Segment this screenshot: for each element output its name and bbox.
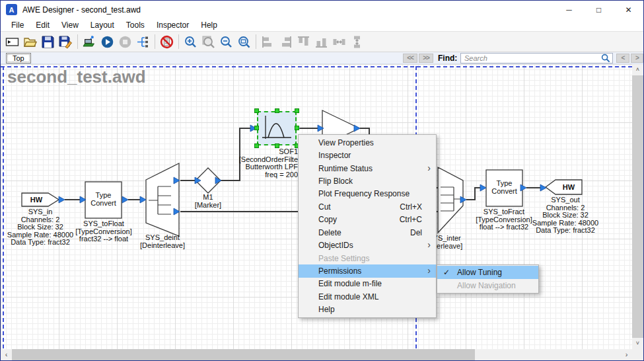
find-next-button[interactable]: > bbox=[631, 54, 643, 63]
vertical-scrollbar[interactable]: ˄ ˅ bbox=[632, 64, 643, 349]
scroll-left-icon[interactable]: ‹ bbox=[1, 349, 12, 360]
label-m1: M1[Marker] bbox=[188, 194, 228, 209]
open-design-button[interactable] bbox=[21, 33, 39, 51]
pin bbox=[480, 184, 486, 191]
selection-handle[interactable] bbox=[295, 126, 299, 130]
menu-item-help[interactable]: Help bbox=[299, 303, 436, 315]
play-audio-button[interactable] bbox=[98, 33, 116, 51]
pin bbox=[59, 196, 65, 203]
selection-handle[interactable] bbox=[254, 126, 259, 130]
minimize-button[interactable]: ─ bbox=[554, 1, 584, 19]
tab-top[interactable]: Top bbox=[6, 53, 31, 63]
label-sys-in: SYS_inChannels: 2Block Size: 32Sample Ra… bbox=[4, 208, 77, 247]
block-title-typeconvert-2: TypeConvert bbox=[486, 180, 522, 195]
shortcut-label: Del bbox=[410, 228, 431, 237]
selection-handle[interactable] bbox=[275, 143, 279, 148]
play-icon bbox=[100, 35, 114, 49]
align-left-icon bbox=[261, 35, 275, 49]
align-bottom-button[interactable] bbox=[312, 33, 330, 51]
find-search-input[interactable] bbox=[460, 53, 613, 63]
stop-audio-button[interactable] bbox=[116, 33, 134, 51]
distribute-vertical-button[interactable] bbox=[348, 33, 366, 51]
new-design-button[interactable] bbox=[3, 33, 21, 51]
find-forward-button[interactable]: >> bbox=[419, 54, 433, 63]
maximize-button[interactable]: □ bbox=[584, 1, 614, 19]
save-as-button[interactable] bbox=[57, 33, 75, 51]
title-bar: A AWE Designer - second_test.awd ─ □ ✕ bbox=[1, 1, 643, 19]
menu-item-paste-settings: Paste Settings bbox=[299, 252, 436, 264]
menu-item-runtime-status[interactable]: Runtime Status› bbox=[299, 162, 436, 175]
toolbar bbox=[1, 31, 643, 52]
menu-bar: File Edit View Layout Tools Inspector He… bbox=[1, 19, 643, 31]
propagate-changes-button[interactable] bbox=[134, 33, 152, 51]
label-sys-out: SYS_outChannels: 2Block Size: 32Sample R… bbox=[529, 196, 602, 235]
app-logo-icon[interactable]: A bbox=[6, 4, 17, 15]
menu-edit[interactable]: Edit bbox=[30, 20, 55, 30]
zoom-out-button[interactable] bbox=[217, 33, 235, 51]
close-button[interactable]: ✕ bbox=[614, 1, 643, 19]
horizontal-scrollbar-thumb[interactable] bbox=[12, 349, 475, 360]
block-sys-deint[interactable] bbox=[146, 163, 179, 236]
pin bbox=[140, 196, 146, 203]
align-right-button[interactable] bbox=[277, 33, 295, 51]
label-sys-tofract: SYS_toFract[TypeConversion]float --> fra… bbox=[471, 208, 537, 231]
menu-item-edit-module-m-file[interactable]: Edit module m-file bbox=[299, 278, 436, 290]
menu-item-inspector[interactable]: Inspector bbox=[299, 149, 436, 161]
pin bbox=[122, 196, 128, 203]
build-to-target-button[interactable] bbox=[81, 33, 98, 51]
distribute-horizontal-button[interactable] bbox=[330, 33, 348, 51]
menu-view[interactable]: View bbox=[55, 20, 85, 30]
selection-handle[interactable] bbox=[254, 143, 259, 148]
zoom-region-button[interactable] bbox=[199, 33, 217, 51]
selection-handle[interactable] bbox=[295, 108, 299, 113]
align-top-button[interactable] bbox=[295, 33, 312, 51]
vertical-scrollbar-thumb[interactable] bbox=[632, 75, 643, 338]
zoom-in-button[interactable] bbox=[182, 33, 199, 51]
selection-handle[interactable] bbox=[275, 108, 279, 113]
search-icon[interactable] bbox=[601, 54, 610, 63]
distribute-horizontal-icon bbox=[332, 35, 346, 49]
menu-item-delete[interactable]: DeleteDel bbox=[299, 226, 436, 239]
menu-item-objectids[interactable]: ObjectIDs› bbox=[299, 239, 436, 251]
align-right-icon bbox=[279, 35, 293, 49]
permissions-submenu: ✓Allow Tuning Allow Navigation bbox=[437, 264, 539, 294]
menu-item-copy[interactable]: CopyCtrl+C bbox=[299, 214, 436, 226]
menu-inspector[interactable]: Inspector bbox=[151, 20, 195, 30]
window-title: AWE Designer - second_test.awd bbox=[22, 5, 141, 15]
menu-item-plot-frequency-response[interactable]: Plot Frequency Response bbox=[299, 188, 436, 200]
submenu-item-allow-tuning[interactable]: ✓Allow Tuning bbox=[437, 266, 538, 279]
save-button[interactable] bbox=[39, 33, 57, 51]
scroll-down-icon[interactable]: ˅ bbox=[632, 338, 643, 349]
horizontal-scrollbar[interactable]: ‹ › bbox=[1, 349, 632, 360]
menu-layout[interactable]: Layout bbox=[85, 20, 120, 30]
filter-curve-icon bbox=[258, 112, 295, 144]
zoom-fit-button[interactable] bbox=[235, 33, 253, 51]
menu-file[interactable]: File bbox=[5, 20, 30, 30]
find-back-button[interactable]: << bbox=[403, 54, 417, 63]
block-title-typeconvert-1: TypeConvert bbox=[85, 192, 122, 207]
shortcut-label: Ctrl+X bbox=[400, 202, 431, 212]
zoom-out-icon bbox=[219, 35, 233, 49]
menu-item-view-properties[interactable]: View Properties bbox=[299, 136, 436, 149]
menu-help[interactable]: Help bbox=[195, 20, 223, 30]
menu-item-flip-block[interactable]: Flip Block bbox=[299, 175, 436, 187]
menu-item-cut[interactable]: CutCtrl+X bbox=[299, 200, 436, 213]
menu-item-permissions[interactable]: Permissions› bbox=[299, 264, 436, 277]
scroll-right-icon[interactable]: › bbox=[621, 349, 632, 360]
find-prev-button[interactable]: < bbox=[616, 54, 629, 63]
find-label: Find: bbox=[438, 54, 457, 63]
selection-handle[interactable] bbox=[254, 108, 259, 113]
zoom-region-icon bbox=[201, 35, 215, 49]
menu-tools[interactable]: Tools bbox=[120, 20, 151, 30]
align-top-icon bbox=[297, 35, 310, 49]
halt-audio-button[interactable] bbox=[158, 33, 176, 51]
toolbar-separator bbox=[178, 34, 179, 49]
new-design-icon bbox=[5, 35, 19, 49]
shortcut-label: Ctrl+C bbox=[400, 215, 431, 224]
block-sys-inter[interactable] bbox=[438, 167, 463, 233]
design-canvas[interactable]: second_test.awd bbox=[1, 64, 632, 349]
block-sof1-selected[interactable] bbox=[257, 111, 297, 145]
align-left-button[interactable] bbox=[259, 33, 277, 51]
menu-item-edit-module-xml[interactable]: Edit module XML bbox=[299, 290, 436, 303]
scroll-up-icon[interactable]: ˄ bbox=[632, 64, 643, 75]
